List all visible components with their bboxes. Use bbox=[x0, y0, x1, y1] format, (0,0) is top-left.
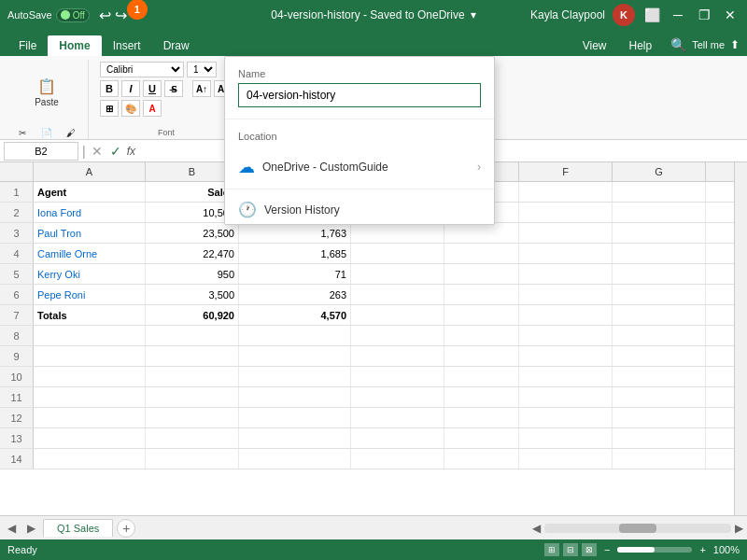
cell-d-14[interactable] bbox=[351, 449, 444, 469]
cut-button[interactable]: ✂ bbox=[11, 125, 34, 141]
bold-button[interactable]: B bbox=[100, 80, 119, 97]
cell-e-10[interactable] bbox=[444, 367, 519, 386]
cell-e-13[interactable] bbox=[444, 428, 519, 448]
confirm-formula-button[interactable]: ✓ bbox=[108, 144, 123, 159]
cell-c-11[interactable] bbox=[239, 387, 351, 407]
cell-f-9[interactable] bbox=[519, 346, 613, 366]
cell-b-13[interactable] bbox=[146, 428, 239, 448]
cell-e-4[interactable] bbox=[444, 244, 519, 263]
cell-f-3[interactable] bbox=[519, 223, 613, 243]
cell-a-2[interactable]: Iona Ford bbox=[34, 203, 146, 222]
cell-e-12[interactable] bbox=[444, 408, 519, 427]
cell-c-9[interactable] bbox=[239, 346, 351, 366]
cell-g-8[interactable] bbox=[613, 326, 706, 345]
tell-me[interactable]: Tell me bbox=[692, 39, 725, 50]
copy-button[interactable]: 📄 bbox=[35, 125, 58, 141]
cell-f-5[interactable] bbox=[519, 264, 613, 284]
scroll-right-icon[interactable]: ▶ bbox=[735, 522, 743, 535]
zoom-minus-button[interactable]: − bbox=[604, 544, 610, 555]
share-icon[interactable]: ⬆ bbox=[730, 38, 740, 51]
cell-f-10[interactable] bbox=[519, 367, 613, 386]
page-layout-icon[interactable]: ⊟ bbox=[563, 543, 578, 556]
cell-a-1[interactable]: Agent bbox=[34, 182, 146, 202]
cell-c-10[interactable] bbox=[239, 367, 351, 386]
cell-f-13[interactable] bbox=[519, 428, 613, 448]
cell-d-5[interactable] bbox=[351, 264, 444, 284]
tab-help[interactable]: Help bbox=[617, 35, 663, 56]
version-history-button[interactable]: 🕐 Version History bbox=[225, 195, 494, 224]
cell-g-10[interactable] bbox=[613, 367, 706, 386]
cell-f-6[interactable] bbox=[519, 285, 613, 304]
italic-button[interactable]: I bbox=[121, 80, 140, 97]
cell-f-4[interactable] bbox=[519, 244, 613, 263]
tab-draw[interactable]: Draw bbox=[152, 35, 201, 56]
name-box[interactable] bbox=[4, 142, 78, 161]
cell-d-3[interactable] bbox=[351, 223, 444, 243]
sheet-next-button[interactable]: ▶ bbox=[23, 522, 39, 535]
ribbon-toggle-button[interactable]: ⬜ bbox=[642, 6, 661, 24]
border-button[interactable]: ⊞ bbox=[100, 100, 119, 117]
format-painter-button[interactable]: 🖌 bbox=[60, 125, 82, 141]
tab-home[interactable]: Home bbox=[48, 35, 101, 56]
zoom-slider[interactable] bbox=[617, 547, 692, 553]
cell-d-9[interactable] bbox=[351, 346, 444, 366]
cell-g-12[interactable] bbox=[613, 408, 706, 427]
undo-icon[interactable]: ↩ bbox=[99, 7, 111, 24]
cell-g-1[interactable] bbox=[613, 182, 706, 202]
cell-g-9[interactable] bbox=[613, 346, 706, 366]
cell-b-14[interactable] bbox=[146, 449, 239, 469]
paste-button[interactable]: 📋 Paste bbox=[28, 60, 65, 125]
cell-g-5[interactable] bbox=[613, 264, 706, 284]
cell-a-14[interactable] bbox=[34, 449, 146, 469]
cell-g-13[interactable] bbox=[613, 428, 706, 448]
cell-b-7[interactable]: 60,920 bbox=[146, 305, 239, 325]
cell-g-4[interactable] bbox=[613, 244, 706, 263]
cell-a-4[interactable]: Camille Orne bbox=[34, 244, 146, 263]
cell-c-7[interactable]: 4,570 bbox=[239, 305, 351, 325]
cell-a-11[interactable] bbox=[34, 387, 146, 407]
autosave-toggle[interactable]: Off bbox=[56, 8, 90, 22]
cell-d-13[interactable] bbox=[351, 428, 444, 448]
cell-d-8[interactable] bbox=[351, 326, 444, 345]
cell-d-6[interactable] bbox=[351, 285, 444, 304]
cell-f-11[interactable] bbox=[519, 387, 613, 407]
underline-button[interactable]: U bbox=[143, 80, 162, 97]
cell-b-3[interactable]: 23,500 bbox=[146, 223, 239, 243]
sheet-tab-q1sales[interactable]: Q1 Sales bbox=[43, 519, 113, 537]
cell-b-4[interactable]: 22,470 bbox=[146, 244, 239, 263]
font-color-button[interactable]: A bbox=[143, 100, 162, 117]
cell-g-6[interactable] bbox=[613, 285, 706, 304]
cell-e-5[interactable] bbox=[444, 264, 519, 284]
cell-a-12[interactable] bbox=[34, 408, 146, 427]
avatar[interactable]: K bbox=[613, 4, 635, 26]
cell-a-8[interactable] bbox=[34, 326, 146, 345]
restore-button[interactable]: ❐ bbox=[695, 6, 713, 24]
cell-c-13[interactable] bbox=[239, 428, 351, 448]
close-button[interactable]: ✕ bbox=[721, 6, 740, 24]
cell-a-6[interactable]: Pepe Roni bbox=[34, 285, 146, 304]
cell-b-9[interactable] bbox=[146, 346, 239, 366]
title-dropdown-icon[interactable]: ▾ bbox=[471, 8, 476, 21]
cell-c-4[interactable]: 1,685 bbox=[239, 244, 351, 263]
cell-d-7[interactable] bbox=[351, 305, 444, 325]
cell-g-2[interactable] bbox=[613, 203, 706, 222]
page-break-icon[interactable]: ⊠ bbox=[582, 543, 597, 556]
fill-color-button[interactable]: 🎨 bbox=[121, 100, 140, 117]
cell-a-13[interactable] bbox=[34, 428, 146, 448]
cell-b-10[interactable] bbox=[146, 367, 239, 386]
tab-file[interactable]: File bbox=[7, 35, 48, 56]
vertical-scrollbar[interactable] bbox=[734, 162, 747, 515]
cell-e-3[interactable] bbox=[444, 223, 519, 243]
cell-d-12[interactable] bbox=[351, 408, 444, 427]
cell-f-8[interactable] bbox=[519, 326, 613, 345]
cell-g-3[interactable] bbox=[613, 223, 706, 243]
cell-f-7[interactable] bbox=[519, 305, 613, 325]
cell-e-11[interactable] bbox=[444, 387, 519, 407]
normal-view-icon[interactable]: ⊞ bbox=[544, 543, 559, 556]
cell-c-12[interactable] bbox=[239, 408, 351, 427]
cell-c-5[interactable]: 71 bbox=[239, 264, 351, 284]
cell-c-14[interactable] bbox=[239, 449, 351, 469]
cell-e-8[interactable] bbox=[444, 326, 519, 345]
cell-a-10[interactable] bbox=[34, 367, 146, 386]
redo-icon[interactable]: ↪ bbox=[115, 7, 127, 24]
